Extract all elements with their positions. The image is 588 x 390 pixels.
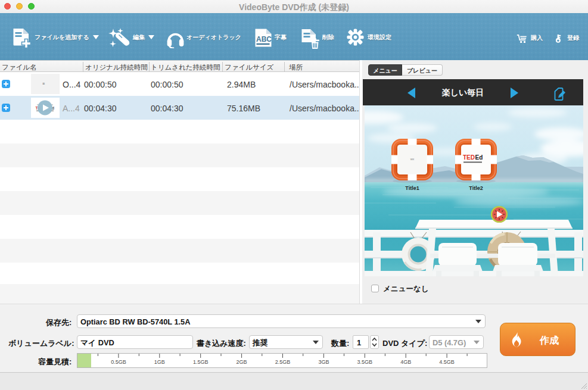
svg-text:Title2: Title2: [469, 185, 483, 191]
svg-text:1GB: 1GB: [154, 359, 165, 365]
svg-text:TED: TED: [463, 154, 475, 161]
svg-text:3GB: 3GB: [318, 359, 329, 365]
svg-text:3.5GB: 3.5GB: [357, 359, 373, 365]
svg-text:4.5GB: 4.5GB: [439, 359, 455, 365]
svg-text:4GB: 4GB: [400, 359, 411, 365]
svg-text:0.5GB: 0.5GB: [111, 359, 126, 365]
svg-text:1.5GB: 1.5GB: [193, 359, 209, 365]
svg-text:2.5GB: 2.5GB: [275, 359, 291, 365]
svg-text:2GB: 2GB: [237, 359, 247, 365]
svg-text:wx: wx: [410, 157, 415, 161]
svg-text:Title1: Title1: [405, 185, 419, 191]
svg-text:ABC: ABC: [256, 35, 272, 43]
svg-text:Ed: Ed: [475, 154, 483, 161]
